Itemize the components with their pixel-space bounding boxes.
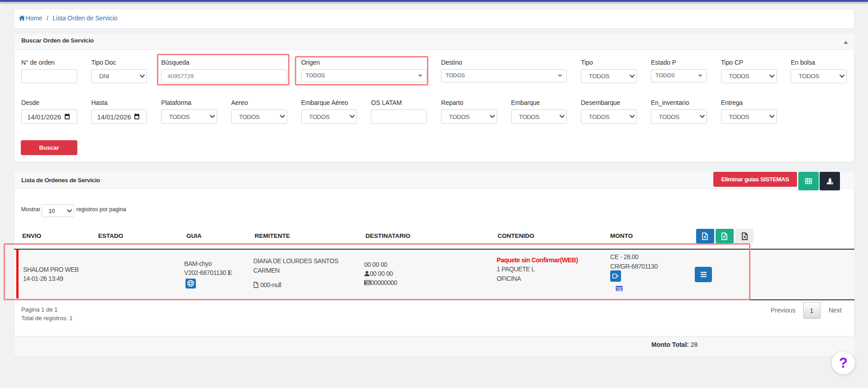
- svg-text:X: X: [703, 234, 707, 239]
- svg-text:X: X: [743, 234, 746, 239]
- svg-text:X: X: [723, 234, 726, 239]
